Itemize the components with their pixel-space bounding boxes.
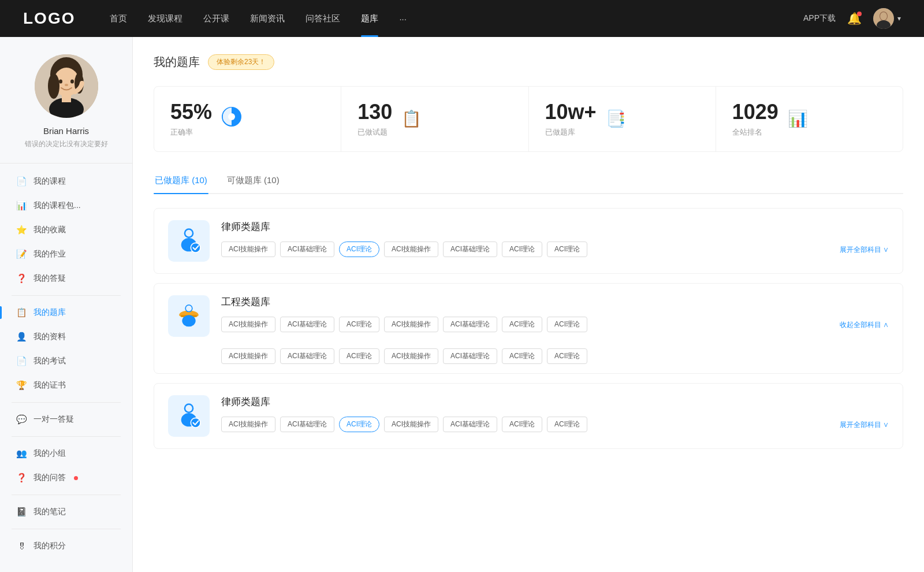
qbank-title-2: 律师类题库: [221, 395, 889, 408]
sidebar-item-12[interactable]: 📓我的笔记: [0, 500, 132, 524]
sidebar-divider-4: [12, 295, 121, 296]
sidebar-item-8[interactable]: 🏆我的证书: [0, 373, 132, 398]
tab-0[interactable]: 已做题库 (10): [154, 169, 208, 193]
qbank-tag-1-5[interactable]: ACI理论: [502, 317, 542, 332]
qbank-header-1: 工程类题库ACI技能操作ACI基础理论ACI理论ACI技能操作ACI基础理论AC…: [154, 284, 903, 348]
qbank-tag2-1-2[interactable]: ACI理论: [339, 348, 379, 364]
qbank-tag-2-6[interactable]: ACI理论: [547, 417, 587, 432]
stat-item-1: 130已做试题📋: [341, 87, 528, 151]
sidebar-item-icon-0: 📄: [16, 176, 27, 187]
sidebar-item-icon-11: ❓: [16, 473, 27, 483]
sidebar-item-label-2: 我的收藏: [33, 225, 66, 235]
sidebar-item-11[interactable]: ❓我的问答: [0, 466, 132, 490]
qbank-tag2-1-4[interactable]: ACI基础理论: [443, 348, 497, 364]
nav-link-题库[interactable]: 题库: [361, 13, 378, 24]
qbank-tag-1-1[interactable]: ACI基础理论: [280, 317, 334, 332]
nav-link-公开课[interactable]: 公开课: [203, 13, 229, 24]
nav-link-···[interactable]: ···: [399, 14, 407, 24]
qbank-tag-2-3[interactable]: ACI技能操作: [384, 417, 438, 432]
qbank-body-0: 律师类题库ACI技能操作ACI基础理论ACI理论ACI技能操作ACI基础理论AC…: [221, 220, 889, 257]
qbank-tag-0-0[interactable]: ACI技能操作: [221, 242, 275, 257]
sidebar-divider-9: [12, 436, 121, 437]
sidebar-item-icon-7: 📄: [16, 356, 27, 366]
qbank-tag2-1-6[interactable]: ACI理论: [547, 348, 587, 364]
qbank-tag-1-0[interactable]: ACI技能操作: [221, 317, 275, 332]
nav-link-发现课程[interactable]: 发现课程: [148, 13, 182, 24]
sidebar-item-label-4: 我的答疑: [33, 273, 66, 284]
sidebar-item-13[interactable]: 🎖我的积分: [0, 534, 132, 558]
nav-link-新闻资讯[interactable]: 新闻资讯: [250, 13, 285, 24]
qbank-tag-2-2[interactable]: ACI理论: [339, 417, 379, 432]
qbank-title-0: 律师类题库: [221, 220, 889, 233]
sidebar-item-0[interactable]: 📄我的课程: [0, 169, 132, 194]
nav-link-首页[interactable]: 首页: [110, 13, 127, 24]
sidebar-item-icon-1: 📊: [16, 200, 27, 211]
sidebar-item-label-12: 我的笔记: [33, 507, 66, 517]
page-layout: Brian Harris 错误的决定比没有决定要好 📄我的课程📊我的课程包...…: [0, 37, 924, 572]
nav-link-问答社区[interactable]: 问答社区: [305, 13, 340, 24]
sidebar-item-label-10: 我的小组: [33, 448, 66, 459]
sidebar-item-9[interactable]: 💬一对一答疑: [0, 407, 132, 432]
logo[interactable]: LOGO: [23, 9, 75, 28]
qbank-icon-1: [168, 295, 210, 337]
qbank-tag-2-5[interactable]: ACI理论: [502, 417, 542, 432]
stat-item-2: 10w+已做题库📑: [529, 87, 716, 151]
user-avatar-menu[interactable]: ▾: [873, 8, 901, 29]
qbank-tag-1-6[interactable]: ACI理论: [547, 317, 587, 332]
qbank-toggle-0[interactable]: 展开全部科目 ∨: [840, 243, 889, 257]
app-download-button[interactable]: APP下载: [803, 13, 836, 24]
sidebar-item-label-11: 我的问答: [33, 473, 66, 483]
sidebar-item-10[interactable]: 👥我的小组: [0, 441, 132, 466]
qbank-tag2-1-0[interactable]: ACI技能操作: [221, 348, 275, 364]
stat-label-1: 已做试题: [357, 127, 392, 138]
qbank-tag-2-1[interactable]: ACI基础理论: [280, 417, 334, 432]
qbank-body-2: 律师类题库ACI技能操作ACI基础理论ACI理论ACI技能操作ACI基础理论AC…: [221, 395, 889, 432]
qbank-tags-row1-2: ACI技能操作ACI基础理论ACI理论ACI技能操作ACI基础理论ACI理论AC…: [221, 417, 889, 432]
sidebar-item-label-5: 我的题库: [33, 307, 66, 318]
sidebar-item-4[interactable]: ❓我的答疑: [0, 266, 132, 291]
tabs-row: 已做题库 (10)可做题库 (10): [154, 169, 903, 194]
qbank-tag-0-2[interactable]: ACI理论: [339, 242, 379, 257]
sidebar-item-label-1: 我的课程包...: [33, 200, 81, 211]
sidebar-item-label-8: 我的证书: [33, 380, 66, 391]
svg-point-3: [880, 12, 887, 20]
tab-1[interactable]: 可做题库 (10): [226, 169, 281, 193]
qbank-toggle-2[interactable]: 展开全部科目 ∨: [840, 418, 889, 432]
qbank-tag-2-0[interactable]: ACI技能操作: [221, 417, 275, 432]
sidebar-item-5[interactable]: 📋我的题库: [0, 300, 132, 325]
sidebar-item-icon-2: ⭐: [16, 225, 27, 235]
qbank-tag-0-6[interactable]: ACI理论: [547, 242, 587, 257]
qbank-tag-1-3[interactable]: ACI技能操作: [384, 317, 438, 332]
sidebar-item-1[interactable]: 📊我的课程包...: [0, 194, 132, 218]
sidebar-item-icon-9: 💬: [16, 414, 27, 425]
stats-row: 55%正确率 130已做试题📋10w+已做题库📑1029全站排名📊: [154, 86, 903, 152]
qbank-tag-1-4[interactable]: ACI基础理论: [443, 317, 497, 332]
stat-icon-2: 📑: [606, 109, 626, 128]
qbank-list: 律师类题库ACI技能操作ACI基础理论ACI理论ACI技能操作ACI基础理论AC…: [154, 208, 903, 449]
qbank-tag2-1-5[interactable]: ACI理论: [502, 348, 542, 364]
sidebar-item-3[interactable]: 📝我的作业: [0, 242, 132, 266]
svg-point-23: [182, 315, 195, 326]
sidebar-item-6[interactable]: 👤我的资料: [0, 325, 132, 349]
qbank-tag2-1-3[interactable]: ACI技能操作: [384, 348, 438, 364]
sidebar-item-icon-4: ❓: [16, 273, 27, 284]
profile-section: Brian Harris 错误的决定比没有决定要好: [0, 54, 132, 164]
trial-badge[interactable]: 体验剩余23天！: [208, 54, 274, 70]
qbank-toggle-1[interactable]: 收起全部科目 ∧: [840, 318, 889, 332]
stat-item-3: 1029全站排名📊: [716, 87, 903, 151]
qbank-tag-1-2[interactable]: ACI理论: [339, 317, 379, 332]
profile-name: Brian Harris: [43, 126, 89, 136]
notification-bell[interactable]: 🔔: [847, 12, 862, 25]
stat-icon-1: 📋: [401, 109, 422, 128]
qbank-tag-0-1[interactable]: ACI基础理论: [280, 242, 334, 257]
qbank-tag-2-4[interactable]: ACI基础理论: [443, 417, 497, 432]
sidebar-item-2[interactable]: ⭐我的收藏: [0, 218, 132, 242]
main-content: 我的题库 体验剩余23天！ 55%正确率 130已做试题📋10w+已做题库📑10…: [133, 37, 924, 572]
qbank-tag-0-5[interactable]: ACI理论: [502, 242, 542, 257]
qbank-tag-0-4[interactable]: ACI基础理论: [443, 242, 497, 257]
qbank-tag2-1-1[interactable]: ACI基础理论: [280, 348, 334, 364]
sidebar-item-7[interactable]: 📄我的考试: [0, 349, 132, 373]
svg-point-19: [191, 243, 200, 252]
svg-point-7: [48, 73, 59, 99]
qbank-tag-0-3[interactable]: ACI技能操作: [384, 242, 438, 257]
